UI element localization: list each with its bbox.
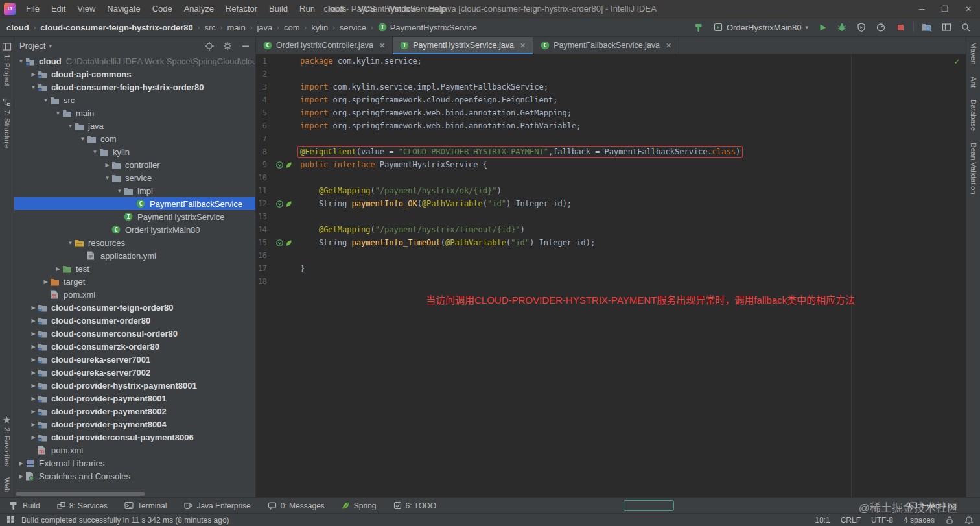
tool-window-button-terminal[interactable]: Terminal — [124, 501, 167, 510]
menu-file[interactable]: File — [20, 0, 45, 18]
collapsed-arrow-icon[interactable]: ▶ — [29, 331, 38, 337]
collapsed-arrow-icon[interactable]: ▶ — [29, 344, 38, 350]
code-line-6[interactable]: 6import org.springframework.web.bind.ann… — [256, 119, 966, 132]
tool-strip-button-maven[interactable]: Maven — [970, 42, 977, 65]
readonly-lock-icon[interactable] — [945, 516, 954, 525]
tree-item-cloud-consumer-feign-order80[interactable]: ▶cloud-consumer-feign-order80 — [14, 301, 255, 314]
tree-item-cloud-consumer-order80[interactable]: ▶cloud-consumer-order80 — [14, 314, 255, 327]
collapsed-arrow-icon[interactable]: ▶ — [29, 305, 38, 311]
menu-build[interactable]: Build — [263, 0, 294, 18]
tree-item-cloud-providerconsul-payment8006[interactable]: ▶cloud-providerconsul-payment8006 — [14, 431, 255, 444]
breadcrumb-main[interactable]: main — [228, 23, 246, 32]
tree-item-orderhystrixmain80[interactable]: COrderHystrixMain80 — [14, 223, 255, 236]
tool-window-switcher-icon[interactable] — [6, 516, 15, 524]
encoding-widget[interactable]: UTF-8 — [871, 516, 893, 525]
menu-code[interactable]: Code — [146, 0, 178, 18]
profiler-button[interactable] — [874, 21, 887, 34]
tree-item-scratches-and-consoles[interactable]: ▶Scratches and Consoles — [14, 470, 255, 483]
find-in-path-button[interactable] — [920, 21, 933, 34]
chevron-down-icon[interactable]: ▾ — [49, 43, 52, 49]
code-line-4[interactable]: 4import org.springframework.cloud.openfe… — [256, 93, 966, 106]
tree-item-src[interactable]: ▼src — [14, 93, 255, 106]
tool-window-button-java-enterprise[interactable]: Java Enterprise — [183, 501, 250, 510]
code-line-16[interactable]: 16 — [256, 249, 966, 262]
breadcrumb-com[interactable]: com — [284, 23, 300, 32]
breadcrumb-paymenthystrixservice[interactable]: IPaymentHystrixService — [378, 23, 477, 32]
tool-strip-button-2-favorites[interactable]: 2: Favorites — [3, 416, 11, 466]
menu-window[interactable]: Window — [381, 0, 423, 18]
notifications-bell-icon[interactable] — [964, 516, 974, 525]
tree-item-cloud-provider-hystrix-payment8001[interactable]: ▶cloud-provider-hystrix-payment8001 — [14, 379, 255, 392]
debug-button[interactable] — [835, 21, 848, 34]
tree-item-cloud-provider-payment8001[interactable]: ▶cloud-provider-payment8001 — [14, 392, 255, 405]
search-everywhere-button[interactable] — [959, 21, 972, 34]
tree-item-paymentfallbackservice[interactable]: CPaymentFallbackService — [14, 197, 255, 210]
code-line-5[interactable]: 5import org.springframework.web.bind.ann… — [256, 106, 966, 119]
tree-item-application-yml[interactable]: application.yml — [14, 249, 255, 262]
tool-strip-button-bean-validation[interactable]: Bean Validation — [970, 143, 977, 195]
code-line-17[interactable]: 17} — [256, 262, 966, 275]
code-line-15[interactable]: 15 String paymentInfo_TimeOut(@PathVaria… — [256, 236, 966, 249]
breadcrumb-cloud[interactable]: cloud — [6, 23, 29, 32]
stop-button[interactable] — [894, 21, 907, 34]
tool-window-button-6-todo[interactable]: 6: TODO — [393, 501, 437, 510]
tool-window-button-0-messages[interactable]: 0: Messages — [268, 501, 325, 510]
code-line-3[interactable]: 3import com.kylin.service.impl.PaymentFa… — [256, 80, 966, 93]
tool-strip-button-1-project[interactable]: 1: Project — [2, 42, 12, 86]
expanded-arrow-icon[interactable]: ▼ — [66, 240, 75, 246]
collapsed-arrow-icon[interactable]: ▶ — [54, 266, 62, 272]
menu-tools[interactable]: Tools — [321, 0, 352, 18]
breadcrumb-kylin[interactable]: kylin — [311, 23, 328, 32]
tree-item-external-libraries[interactable]: ▶External Libraries — [14, 457, 255, 470]
tree-item-cloud-consumerzk-order80[interactable]: ▶cloud-consumerzk-order80 — [14, 340, 255, 353]
tool-window-button-build[interactable]: Build — [9, 501, 40, 510]
breadcrumb-service[interactable]: service — [340, 23, 366, 32]
expanded-arrow-icon[interactable]: ▼ — [78, 136, 87, 142]
maximize-button[interactable]: ❐ — [933, 0, 957, 18]
tree-item-com[interactable]: ▼com — [14, 132, 255, 145]
tree-item-impl[interactable]: ▼impl — [14, 184, 255, 197]
code-line-14[interactable]: 14 @GetMapping("/payment/hystrix/timeout… — [256, 223, 966, 236]
collapsed-arrow-icon[interactable]: ▶ — [29, 409, 38, 414]
build-button[interactable] — [693, 21, 706, 34]
close-icon[interactable]: ✕ — [666, 42, 671, 50]
implemented-marker-icon[interactable] — [276, 239, 283, 246]
breadcrumb-cloud-consumer-feign-hystrix-order80[interactable]: cloud-consumer-feign-hystrix-order80 — [40, 23, 193, 32]
tree-item-cloud-provider-payment8004[interactable]: ▶cloud-provider-payment8004 — [14, 418, 255, 431]
menu-vcs[interactable]: VCS — [352, 0, 381, 18]
code-line-7[interactable]: 7 — [256, 132, 966, 145]
tree-item-paymenthystrixservice[interactable]: IPaymentHystrixService — [14, 210, 255, 223]
menu-analyze[interactable]: Analyze — [178, 0, 220, 18]
collapsed-arrow-icon[interactable]: ▶ — [29, 71, 38, 77]
code-line-11[interactable]: 11 @GetMapping("/payment/hystrix/ok/{id}… — [256, 184, 966, 197]
collapsed-arrow-icon[interactable]: ▶ — [29, 383, 38, 389]
menu-navigate[interactable]: Navigate — [101, 0, 146, 18]
menu-view[interactable]: View — [71, 0, 101, 18]
horizontal-scrollbar[interactable] — [16, 492, 145, 496]
tool-windows-button[interactable] — [940, 21, 953, 34]
tab-paymenthystrixservice-java[interactable]: IPaymentHystrixService.java✕ — [393, 37, 533, 54]
collapsed-arrow-icon[interactable]: ▶ — [17, 460, 25, 466]
tree-item-test[interactable]: ▶test — [14, 262, 255, 275]
collapsed-arrow-icon[interactable]: ▶ — [17, 473, 25, 479]
menu-refactor[interactable]: Refactor — [220, 0, 263, 18]
tree-item-pom-xml[interactable]: mpom.xml — [14, 444, 255, 457]
tab-paymentfallbackservice-java[interactable]: CPaymentFallbackService.java✕ — [533, 37, 679, 54]
locate-button[interactable] — [205, 42, 214, 51]
tool-strip-button-database[interactable]: Database — [970, 99, 977, 131]
collapsed-arrow-icon[interactable]: ▶ — [29, 370, 38, 376]
tool-strip-button-web[interactable]: Web — [3, 477, 11, 492]
tree-item-cloud-eureka-server7002[interactable]: ▶cloud-eureka-server7002 — [14, 366, 255, 379]
tree-item-cloud-eureka-server7001[interactable]: ▶cloud-eureka-server7001 — [14, 353, 255, 366]
expanded-arrow-icon[interactable]: ▼ — [29, 84, 38, 90]
collapsed-arrow-icon[interactable]: ▶ — [29, 396, 38, 401]
code-line-9[interactable]: 9public interface PaymentHystrixService … — [256, 158, 966, 171]
indent-widget[interactable]: 4 spaces — [904, 516, 935, 525]
run-configuration-selector[interactable]: OrderHystrixMain80▾ — [712, 21, 810, 34]
tool-strip-button-7-structure[interactable]: 7: Structure — [3, 98, 11, 148]
tool-strip-button-ant[interactable]: Ant — [970, 77, 977, 88]
collapsed-arrow-icon[interactable]: ▶ — [29, 318, 38, 324]
code-line-2[interactable]: 2 — [256, 67, 966, 80]
inspections-ok-icon[interactable]: ✓ — [954, 56, 959, 66]
code-line-8[interactable]: 8@FeignClient(value = "CLOUD-PROVIDER-HY… — [256, 145, 966, 158]
